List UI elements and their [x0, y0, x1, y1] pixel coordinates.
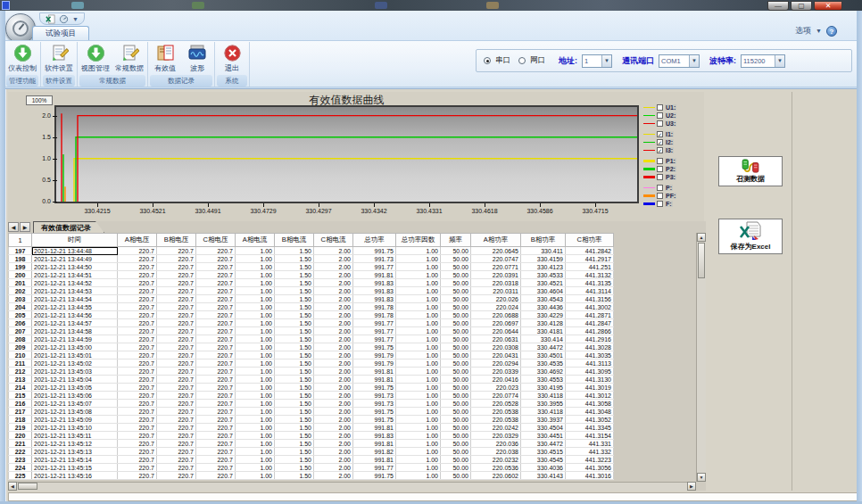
ribbon-button[interactable]: 退出	[217, 43, 247, 74]
table-cell[interactable]: 1.50	[275, 255, 314, 263]
legend-checkbox[interactable]: ✓	[657, 131, 663, 137]
table-cell[interactable]: 50.00	[441, 440, 471, 448]
table-cell[interactable]: 2.00	[314, 472, 353, 480]
table-cell[interactable]: 50.00	[441, 408, 471, 416]
table-cell[interactable]: 1.00	[236, 464, 275, 472]
row-number-cell[interactable]: 201	[9, 279, 32, 287]
table-cell[interactable]: 1.00	[236, 432, 275, 440]
column-header[interactable]: C相电流	[314, 234, 353, 247]
table-cell[interactable]: 1.00	[236, 408, 275, 416]
table-cell[interactable]: 1.00	[236, 343, 275, 351]
table-cell[interactable]: 1.00	[236, 255, 275, 263]
table-cell[interactable]: 220.7	[196, 456, 236, 464]
table-cell[interactable]: 441.3028	[566, 343, 614, 351]
table-cell[interactable]: 1.00	[236, 295, 275, 303]
table-cell[interactable]: 991.75	[353, 343, 396, 351]
table-cell[interactable]: 220.7	[196, 368, 236, 376]
row-number-cell[interactable]: 203	[9, 295, 32, 303]
vertical-scrollbar[interactable]: ▲ ▼	[696, 233, 706, 482]
legend-checkbox[interactable]: ✓	[657, 147, 663, 153]
table-cell[interactable]: 2021-12-21 13:45:01	[32, 351, 118, 359]
table-cell[interactable]: 50.00	[441, 472, 471, 480]
table-cell[interactable]: 220.7	[196, 327, 236, 335]
table-cell[interactable]: 220.7	[157, 424, 196, 432]
table-cell[interactable]: 2021-12-21 13:45:14	[32, 456, 118, 464]
table-cell[interactable]: 50.00	[441, 295, 471, 303]
table-cell[interactable]: 220.7	[196, 464, 236, 472]
table-cell[interactable]: 50.00	[441, 424, 471, 432]
table-cell[interactable]: 1.50	[275, 408, 314, 416]
fetch-data-button[interactable]: 召测数据	[718, 156, 783, 186]
serial-radio[interactable]	[484, 57, 491, 64]
row-number-cell[interactable]: 209	[9, 343, 32, 351]
table-cell[interactable]: 2.00	[314, 255, 353, 263]
table-cell[interactable]: 1.00	[396, 271, 441, 279]
column-header[interactable]: 总功率因数	[396, 234, 441, 247]
ribbon-button[interactable]: 有效值	[150, 43, 180, 74]
table-cell[interactable]: 2.00	[314, 351, 353, 359]
row-number-cell[interactable]: 206	[9, 319, 32, 327]
table-cell[interactable]: 2.00	[314, 432, 353, 440]
table-cell[interactable]: 330.4692	[521, 368, 566, 376]
table-cell[interactable]: 1.00	[236, 263, 275, 271]
table-cell[interactable]: 2021-12-21 13:45:04	[32, 376, 118, 384]
table-cell[interactable]: 330.4533	[521, 271, 566, 279]
table-cell[interactable]: 1.00	[396, 424, 441, 432]
table-cell[interactable]: 991.77	[353, 327, 396, 335]
table-cell[interactable]: 2021-12-21 13:45:03	[32, 368, 118, 376]
table-cell[interactable]: 220.0774	[471, 392, 521, 400]
table-cell[interactable]: 991.75	[353, 472, 396, 480]
table-cell[interactable]: 1.00	[236, 416, 275, 424]
table-cell[interactable]: 991.77	[353, 319, 396, 327]
table-cell[interactable]: 2.00	[314, 287, 353, 295]
table-cell[interactable]: 1.50	[275, 335, 314, 343]
table-cell[interactable]: 220.7	[196, 448, 236, 456]
table-cell[interactable]: 330.4123	[521, 263, 566, 271]
scroll-left-icon[interactable]: ◀	[8, 482, 17, 491]
table-cell[interactable]: 220.7	[196, 271, 236, 279]
table-cell[interactable]: 220.7	[196, 343, 236, 351]
table-cell[interactable]: 1.50	[275, 343, 314, 351]
table-cell[interactable]: 50.00	[441, 247, 471, 255]
table-cell[interactable]: 220.024	[471, 303, 521, 311]
ribbon-button[interactable]: 仪表控制	[6, 43, 38, 74]
table-cell[interactable]: 1.00	[396, 408, 441, 416]
table-cell[interactable]: 1.00	[396, 416, 441, 424]
legend-checkbox[interactable]	[657, 112, 663, 119]
table-cell[interactable]: 220.7	[196, 279, 236, 287]
table-cell[interactable]: 991.78	[353, 311, 396, 319]
table-cell[interactable]: 2.00	[314, 448, 353, 456]
table-cell[interactable]: 50.00	[441, 400, 471, 408]
table-cell[interactable]: 330.4143	[521, 472, 566, 480]
table-cell[interactable]: 1.50	[275, 247, 314, 255]
row-number-cell[interactable]: 207	[9, 327, 32, 335]
table-cell[interactable]: 1.00	[236, 456, 275, 464]
table-cell[interactable]: 220.7	[157, 408, 196, 416]
table-cell[interactable]: 220.0294	[471, 359, 521, 368]
table-cell[interactable]: 330.4535	[521, 359, 566, 368]
table-cell[interactable]: 220.0538	[471, 416, 521, 424]
table-cell[interactable]: 1.00	[396, 400, 441, 408]
table-cell[interactable]: 2021-12-21 13:45:05	[32, 384, 118, 392]
table-cell[interactable]: 1.00	[396, 295, 441, 303]
table-cell[interactable]: 220.7	[196, 424, 236, 432]
table-cell[interactable]: 50.00	[441, 303, 471, 311]
table-cell[interactable]: 220.7	[196, 255, 236, 263]
chevron-down-icon[interactable]: ▼	[689, 55, 699, 67]
table-cell[interactable]: 1.50	[275, 271, 314, 279]
table-cell[interactable]: 330.3955	[521, 400, 566, 408]
table-cell[interactable]: 220.7	[157, 392, 196, 400]
table-cell[interactable]: 1.00	[396, 456, 441, 464]
table-cell[interactable]: 1.00	[236, 376, 275, 384]
table-cell[interactable]: 1.00	[396, 303, 441, 311]
close-button[interactable]: ✕	[814, 1, 842, 11]
table-cell[interactable]: 1.50	[275, 432, 314, 440]
table-cell[interactable]: 1.50	[275, 416, 314, 424]
table-cell[interactable]: 330.4501	[521, 351, 566, 359]
table-cell[interactable]: 2021-12-21 13:44:49	[32, 255, 118, 263]
table-cell[interactable]: 441.3345	[566, 424, 614, 432]
table-cell[interactable]: 441.3130	[566, 376, 614, 384]
meter-quick-icon[interactable]	[59, 14, 69, 24]
row-number-cell[interactable]: 218	[9, 416, 32, 424]
table-cell[interactable]: 1.00	[236, 311, 275, 319]
